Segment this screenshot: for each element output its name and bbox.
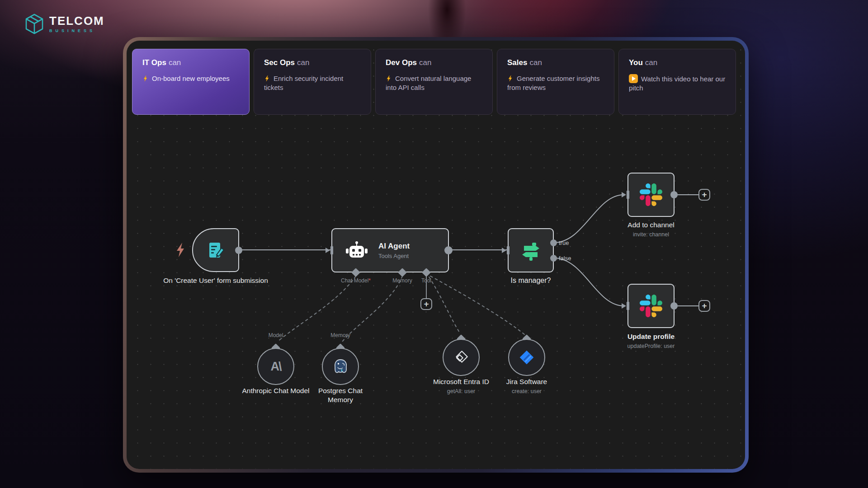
slack-icon — [640, 183, 662, 206]
postgres-icon — [331, 357, 349, 375]
entra-icon — [453, 349, 470, 366]
brand-tagline: BUSINESS — [49, 28, 104, 33]
tab-desc: On-board new employees — [142, 74, 239, 83]
wire-memory — [342, 276, 402, 342]
slack-icon — [640, 295, 662, 317]
node-operation: create: user — [512, 388, 542, 394]
node-label: Anthropic Chat Model — [242, 386, 310, 395]
node-label: Add to channel — [627, 221, 674, 230]
memory-slot-label: Memory — [330, 332, 350, 338]
wire-true-slack — [554, 195, 624, 243]
add-next-node-button-top[interactable]: + — [698, 189, 710, 201]
form-icon — [205, 240, 226, 261]
node-slack-update-profile[interactable] — [627, 284, 675, 328]
tab-desc: Generate customer insights from reviews — [507, 74, 604, 93]
tab-title: IT Opscan — [142, 58, 239, 67]
use-case-tabs: IT Opscan On-board new employees Sec Ops… — [132, 49, 736, 115]
tab-sec-ops[interactable]: Sec Opscan Enrich security incident tick… — [254, 49, 371, 115]
brand-name: TELCOM — [49, 15, 104, 27]
node-postgres-chat-memory[interactable] — [322, 348, 359, 385]
true-port[interactable] — [550, 239, 557, 246]
agent-subtitle: Tools Agent — [378, 253, 410, 259]
output-port[interactable] — [235, 247, 242, 254]
node-label: Is manager? — [511, 276, 551, 286]
node-label: Update profile — [627, 332, 675, 341]
node-label: Jira Software — [506, 377, 547, 386]
input-port[interactable] — [330, 246, 333, 254]
lightning-icon — [507, 75, 514, 82]
workflow-canvas[interactable]: IT Opscan On-board new employees Sec Ops… — [127, 41, 745, 469]
false-label: false — [559, 255, 571, 262]
node-microsoft-entra-id[interactable] — [443, 339, 480, 376]
node-jira-software[interactable] — [508, 339, 545, 376]
tab-it-ops[interactable]: IT Opscan On-board new employees — [132, 49, 250, 115]
node-ai-agent[interactable]: AI Agent Tools Agent — [331, 228, 449, 272]
tab-title: Dev Opscan — [386, 58, 482, 67]
signpost-icon — [520, 239, 542, 261]
lightning-icon — [142, 75, 149, 82]
model-slot-label: Model — [269, 332, 283, 338]
lightning-icon — [386, 75, 392, 82]
chat-model-port-label: Chat Model* — [341, 277, 371, 284]
branch-true-output: true — [550, 239, 569, 246]
play-video-icon[interactable] — [629, 74, 638, 83]
wire-false-slack — [554, 258, 624, 306]
input-port[interactable] — [627, 191, 629, 199]
jira-icon — [518, 349, 535, 366]
node-label: Microsoft Entra ID — [433, 377, 489, 386]
node-slack-add-to-channel[interactable] — [627, 173, 675, 217]
node-label: On 'Create User' form submission — [162, 276, 269, 285]
node-form-trigger[interactable] — [192, 228, 239, 272]
output-port[interactable] — [444, 246, 453, 254]
node-is-manager[interactable] — [508, 228, 554, 272]
false-port[interactable] — [550, 255, 557, 262]
brand-logo[interactable]: TELCOM BUSINESS — [25, 14, 104, 34]
agent-title: AI Agent — [378, 242, 410, 251]
node-operation: getAll: user — [447, 388, 476, 394]
add-tool-button[interactable]: + — [420, 298, 432, 310]
node-operation: invite: channel — [633, 231, 669, 238]
node-anthropic-chat-model[interactable]: A\ — [257, 348, 294, 385]
cube-icon — [25, 14, 44, 34]
input-port[interactable] — [627, 302, 629, 310]
branch-false-output: false — [550, 255, 571, 262]
tool-port-label: Tool — [421, 277, 431, 284]
tab-title: Sec Opscan — [264, 58, 361, 67]
tab-title: Salescan — [507, 58, 604, 67]
memory-port-label: Memory — [392, 277, 412, 284]
tab-desc: Convert natural language into API calls — [386, 74, 482, 93]
true-label: true — [559, 239, 569, 246]
add-next-node-button-bottom[interactable]: + — [698, 300, 710, 312]
output-port[interactable] — [670, 302, 678, 310]
tab-desc: Watch this video to hear our pitch — [629, 74, 726, 93]
trigger-lightning-icon — [175, 242, 186, 258]
anthropic-icon: A\ — [271, 360, 281, 374]
tab-title: Youcan — [629, 58, 726, 67]
tab-desc: Enrich security incident tickets — [264, 74, 361, 93]
wire-tool-entra — [429, 277, 460, 333]
robot-icon — [345, 241, 368, 260]
node-operation: updateProfile: user — [627, 343, 675, 349]
hero-frame: IT Opscan On-board new employees Sec Ops… — [123, 37, 749, 473]
node-label: Postgres Chat Memory — [307, 386, 374, 404]
input-port[interactable] — [507, 246, 509, 254]
lightning-icon — [264, 75, 271, 82]
tab-sales[interactable]: Salescan Generate customer insights from… — [497, 49, 614, 115]
tab-dev-ops[interactable]: Dev Opscan Convert natural language into… — [375, 49, 493, 115]
tab-you[interactable]: Youcan Watch this video to hear our pitc… — [618, 49, 736, 115]
output-port[interactable] — [670, 191, 678, 198]
